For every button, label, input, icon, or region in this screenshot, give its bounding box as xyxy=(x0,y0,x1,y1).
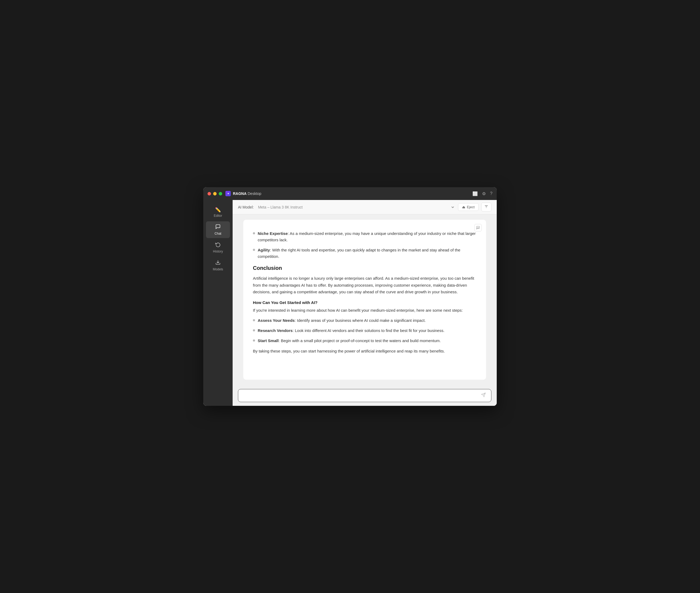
list-item: Niche Expertise: As a medium-sized enter… xyxy=(253,230,476,243)
bullet-dot xyxy=(253,329,255,331)
editor-icon: ✏️ xyxy=(215,207,221,213)
minimize-button[interactable] xyxy=(213,192,217,195)
list-item-text: Research Vendors: Look into different AI… xyxy=(258,327,444,334)
chat-icon xyxy=(215,224,221,231)
sidebar: ✏️ Editor Chat History xyxy=(203,200,233,406)
app-logo: ✦ RAGNA Desktop xyxy=(225,191,261,196)
conclusion-heading: Conclusion xyxy=(253,265,476,271)
list-item: Start Small: Begin with a small pilot pr… xyxy=(253,338,476,344)
list-item: Assess Your Needs: Identify areas of you… xyxy=(253,317,476,324)
chat-area[interactable]: Niche Expertise: As a medium-sized enter… xyxy=(233,214,497,385)
sidebar-item-editor[interactable]: ✏️ Editor xyxy=(206,204,230,220)
eject-button[interactable]: ⏏ Eject xyxy=(458,203,479,211)
list-item-text: Agility: With the right AI tools and exp… xyxy=(258,247,476,260)
chat-input[interactable] xyxy=(243,393,480,398)
sidebar-item-models[interactable]: Models xyxy=(206,257,230,274)
maximize-button[interactable] xyxy=(219,192,222,195)
titlebar-actions: ⬜ ⚙ ? xyxy=(473,191,492,196)
chat-input-wrapper xyxy=(238,389,491,402)
eject-label: Eject xyxy=(467,205,475,209)
eject-icon: ⏏ xyxy=(462,205,465,209)
sidebar-label-models: Models xyxy=(213,268,223,271)
how-to-start-intro: If you're interested in learning more ab… xyxy=(253,307,476,314)
bullet-dot xyxy=(253,232,255,234)
conclusion-paragraph: Artificial intelligence is no longer a l… xyxy=(253,275,476,295)
sidebar-item-chat[interactable]: Chat xyxy=(206,221,230,238)
content-area: AI Model: Meta – Llama 3 8K Instruct ⏏ E… xyxy=(233,200,497,406)
models-icon xyxy=(215,260,221,266)
bullet-list-top: Niche Expertise: As a medium-sized enter… xyxy=(253,230,476,260)
app-title: RAGNA Desktop xyxy=(233,191,261,196)
sidebar-label-history: History xyxy=(213,249,223,253)
how-to-start-heading: How Can You Get Started with AI? xyxy=(253,300,476,305)
sidebar-item-history[interactable]: History xyxy=(206,239,230,256)
toolbar: AI Model: Meta – Llama 3 8K Instruct ⏏ E… xyxy=(233,200,497,214)
bullet-list-bottom: Assess Your Needs: Identify areas of you… xyxy=(253,317,476,344)
app-body: ✏️ Editor Chat History xyxy=(203,200,497,406)
history-icon xyxy=(215,242,221,248)
sidebar-toggle-icon[interactable]: ⬜ xyxy=(473,191,478,196)
titlebar: ✦ RAGNA Desktop ⬜ ⚙ ? xyxy=(203,187,497,200)
chat-message-box: Niche Expertise: As a medium-sized enter… xyxy=(243,220,486,380)
settings-icon[interactable]: ⚙ xyxy=(482,191,486,196)
toolbar-right: ⏏ Eject xyxy=(458,203,491,211)
list-item-text: Assess Your Needs: Identify areas of you… xyxy=(258,317,426,324)
list-item-text: Niche Expertise: As a medium-sized enter… xyxy=(258,230,476,243)
send-button[interactable] xyxy=(480,393,487,399)
help-icon[interactable]: ? xyxy=(490,191,492,196)
sidebar-label-editor: Editor xyxy=(214,214,222,218)
input-area xyxy=(233,385,497,406)
list-item-text: Start Small: Begin with a small pilot pr… xyxy=(258,338,441,344)
ai-model-label: AI Model: xyxy=(238,205,254,209)
filter-icon xyxy=(484,205,488,209)
list-item: Research Vendors: Look into different AI… xyxy=(253,327,476,334)
bullet-dot xyxy=(253,249,255,251)
traffic-lights xyxy=(208,192,222,195)
sidebar-label-chat: Chat xyxy=(215,232,221,235)
app-window: ✦ RAGNA Desktop ⬜ ⚙ ? ✏️ Editor xyxy=(203,187,497,406)
bullet-dot xyxy=(253,319,255,321)
bullet-dot xyxy=(253,340,255,342)
add-to-editor-button[interactable] xyxy=(474,224,482,231)
closing-paragraph: By taking these steps, you can start har… xyxy=(253,348,476,355)
close-button[interactable] xyxy=(208,192,211,195)
model-select[interactable]: Meta – Llama 3 8K Instruct xyxy=(257,205,455,209)
list-item: Agility: With the right AI tools and exp… xyxy=(253,247,476,260)
ragna-icon: ✦ xyxy=(225,191,231,196)
filter-button[interactable] xyxy=(481,203,491,211)
